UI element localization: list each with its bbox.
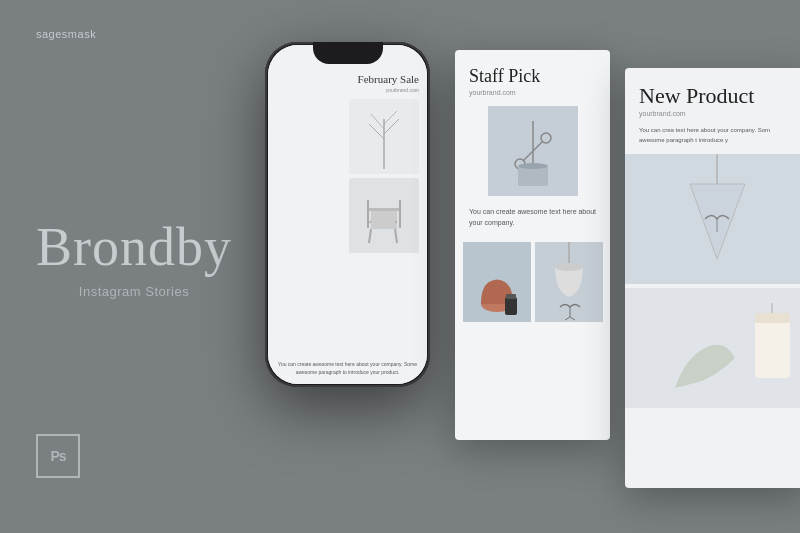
phone-screen: February Sale yourbrand.com xyxy=(268,45,427,384)
svg-rect-6 xyxy=(371,211,397,229)
sc1-bottom-images xyxy=(455,242,610,322)
sc2-title: New Product xyxy=(639,84,796,108)
sc1-title: Staff Pick xyxy=(469,66,596,87)
phone-screen-inner: February Sale yourbrand.com xyxy=(268,45,427,384)
svg-rect-33 xyxy=(755,318,790,378)
main-title: Brondby xyxy=(36,219,232,273)
story-card-new-product: New Product yourbrand.com You can crea t… xyxy=(625,68,800,488)
sc1-top-image xyxy=(488,106,578,196)
ps-badge: Ps xyxy=(36,434,80,478)
left-section: Brondby Instagram Stories xyxy=(36,219,232,298)
phone-bottom-image xyxy=(349,178,419,253)
svg-rect-5 xyxy=(369,208,399,211)
svg-point-16 xyxy=(541,133,551,143)
svg-rect-22 xyxy=(506,294,516,299)
phone-text-block: You can create awesome text here about y… xyxy=(276,361,419,376)
phone-brand-url: yourbrand.com xyxy=(386,87,419,93)
svg-point-25 xyxy=(555,263,583,271)
sc1-bottom-right-image xyxy=(535,242,603,322)
sc1-text: You can create awesome text here about y… xyxy=(455,196,610,238)
sc2-header: New Product yourbrand.com xyxy=(625,68,800,121)
sc2-top-image xyxy=(625,154,800,284)
phone-mockup: February Sale yourbrand.com xyxy=(265,42,430,487)
svg-point-18 xyxy=(518,163,548,169)
sc1-url: yourbrand.com xyxy=(469,89,596,96)
phone-notch xyxy=(313,42,383,64)
svg-rect-12 xyxy=(399,200,401,228)
svg-rect-34 xyxy=(755,313,790,323)
phone-story-title: February Sale xyxy=(358,73,419,85)
sc1-bottom-left-image xyxy=(463,242,531,322)
sc2-bottom-image xyxy=(625,288,800,408)
brand-label: sagesmask xyxy=(36,28,96,40)
story-card-staff-pick: Staff Pick yourbrand.com You can create … xyxy=(455,50,610,440)
svg-line-8 xyxy=(395,229,397,243)
svg-line-9 xyxy=(369,221,371,223)
svg-rect-21 xyxy=(505,297,517,315)
svg-line-7 xyxy=(369,229,371,243)
subtitle: Instagram Stories xyxy=(36,283,232,298)
sc2-text: You can crea text here about your compan… xyxy=(625,121,800,153)
svg-line-4 xyxy=(384,111,397,124)
svg-line-3 xyxy=(371,114,384,129)
phone-outer: February Sale yourbrand.com xyxy=(265,42,430,387)
sc2-url: yourbrand.com xyxy=(639,110,796,117)
svg-rect-11 xyxy=(367,200,369,228)
phone-top-image xyxy=(349,99,419,174)
sc1-header: Staff Pick yourbrand.com xyxy=(455,50,610,102)
